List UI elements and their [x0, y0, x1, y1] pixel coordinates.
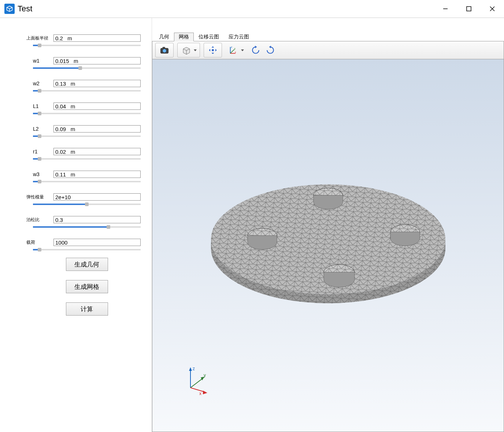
cube-view-dropdown[interactable] — [193, 49, 197, 51]
param-input[interactable] — [53, 103, 141, 110]
param-slider[interactable] — [33, 204, 141, 205]
view-toolbar: zxy — [152, 41, 504, 59]
param-label: L1 — [33, 103, 52, 109]
param-row-9: 载荷 — [33, 239, 141, 246]
param-input[interactable] — [53, 148, 141, 155]
param-label: w3 — [33, 171, 52, 177]
mesh-viewport[interactable]: z y x — [152, 59, 504, 432]
param-row-1: w1 — [33, 57, 141, 64]
svg-text:x: x — [235, 51, 236, 53]
param-row-6: w3 — [33, 171, 141, 178]
rotate-ccw-icon[interactable] — [264, 44, 277, 57]
param-slider[interactable] — [33, 45, 141, 46]
maximize-button[interactable] — [457, 0, 481, 18]
tab-3[interactable]: 应力云图 — [224, 33, 254, 41]
title-bar: Test — [0, 0, 504, 18]
svg-rect-7 — [212, 49, 214, 51]
tab-0[interactable]: 几何 — [154, 33, 174, 41]
svg-text:y: y — [234, 47, 236, 50]
param-slider[interactable] — [33, 249, 141, 250]
param-input[interactable] — [53, 125, 141, 133]
generate-geometry-button[interactable]: 生成几何 — [66, 258, 108, 271]
app-icon — [4, 4, 15, 14]
compute-button[interactable]: 计算 — [66, 302, 108, 316]
svg-point-5 — [163, 49, 167, 53]
param-row-0: 上面板半径 — [33, 34, 141, 42]
svg-text:y: y — [204, 373, 206, 378]
rotate-cw-icon[interactable] — [249, 44, 262, 57]
param-label: r1 — [33, 149, 52, 154]
axes-dropdown[interactable] — [240, 49, 245, 51]
param-slider[interactable] — [33, 135, 141, 137]
svg-text:x: x — [199, 391, 201, 395]
tab-1[interactable]: 网格 — [174, 33, 194, 41]
param-slider[interactable] — [33, 113, 141, 114]
window-title: Test — [18, 4, 32, 14]
param-row-8: 泊松比 — [33, 216, 141, 223]
parameters-panel: 上面板半径w1w2L1L2r1w3弹性模量泊松比载荷 生成几何 生成网格 计算 — [0, 18, 152, 432]
param-label: w2 — [33, 81, 52, 86]
minimize-button[interactable] — [434, 0, 457, 18]
param-slider[interactable] — [33, 67, 141, 69]
param-label: 上面板半径 — [26, 35, 52, 41]
param-input[interactable] — [53, 239, 141, 246]
param-row-2: w2 — [33, 80, 141, 87]
param-slider[interactable] — [33, 226, 141, 228]
svg-rect-1 — [467, 7, 471, 11]
svg-text:z: z — [231, 46, 233, 48]
mesh-preview — [200, 155, 456, 320]
generate-mesh-button[interactable]: 生成网格 — [66, 280, 108, 293]
param-input[interactable] — [53, 171, 141, 178]
svg-rect-6 — [163, 47, 165, 48]
svg-line-12 — [230, 49, 234, 53]
param-row-5: r1 — [33, 148, 141, 155]
param-input[interactable] — [53, 34, 141, 42]
param-row-3: L1 — [33, 103, 141, 110]
param-input[interactable] — [53, 193, 141, 201]
view-tabs: 几何网格位移云图应力云图 — [152, 33, 504, 41]
pan-icon[interactable] — [206, 44, 219, 57]
param-label: L2 — [33, 126, 52, 132]
param-input[interactable] — [53, 57, 141, 64]
param-label: w1 — [33, 58, 52, 64]
param-slider[interactable] — [33, 158, 141, 160]
param-row-4: L2 — [33, 125, 141, 133]
svg-line-26 — [190, 378, 203, 388]
param-slider[interactable] — [33, 181, 141, 182]
tab-2[interactable]: 位移云图 — [194, 33, 224, 41]
svg-text:z: z — [193, 366, 195, 371]
camera-icon[interactable] — [158, 44, 171, 57]
param-input[interactable] — [53, 80, 141, 87]
param-label: 泊松比 — [26, 217, 52, 223]
param-slider[interactable] — [33, 90, 141, 92]
param-row-7: 弹性模量 — [33, 193, 141, 201]
close-button[interactable] — [481, 0, 504, 18]
axes-icon[interactable]: zxy — [226, 44, 239, 57]
axis-triad: z y x — [183, 366, 212, 395]
param-label: 弹性模量 — [26, 194, 52, 200]
param-input[interactable] — [53, 216, 141, 223]
cube-view-icon[interactable] — [180, 44, 193, 57]
param-label: 载荷 — [26, 239, 52, 246]
